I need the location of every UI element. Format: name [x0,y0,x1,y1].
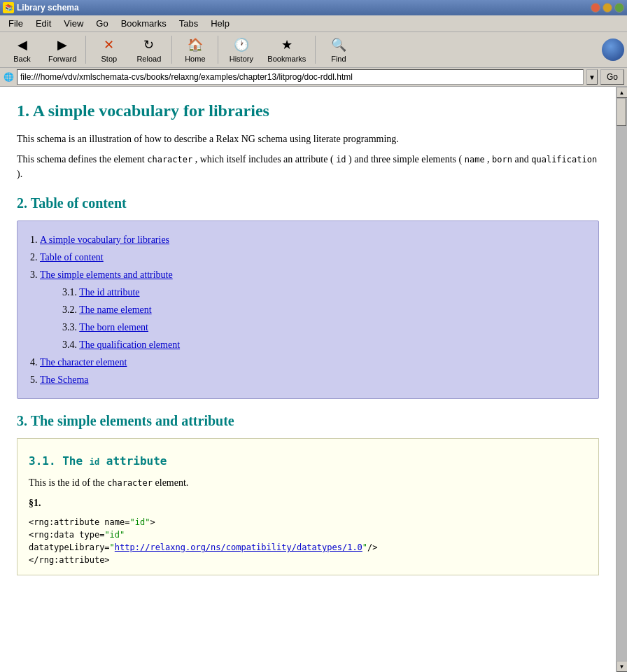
minimize-button[interactable] [603,3,612,13]
intro2-born: born [492,155,512,164]
code-line-3: datatypeLibrary="http://relaxng.org/ns/c… [29,541,587,554]
find-icon: 🔍 [330,36,347,53]
h3-pre: 3.1. The [29,454,90,468]
back-label: Back [13,55,30,63]
desc-end: element. [155,477,189,488]
scroll-thumb[interactable] [617,98,626,126]
toc-link-1[interactable]: A simple vocabulary for libraries [40,234,169,245]
url-input[interactable] [17,69,584,85]
toc-link-4[interactable]: The character element [40,357,127,368]
toolbar-separator-4 [315,36,316,64]
menu-bookmarks[interactable]: Bookmarks [115,17,172,30]
stop-label: Stop [101,55,118,63]
history-label: History [230,55,253,63]
content-wrapper: 1. A simple vocabulary for libraries Thi… [0,87,627,672]
back-icon: ◀ [14,36,31,53]
scroll-track[interactable] [617,98,628,661]
menu-go[interactable]: Go [90,17,113,30]
toc-link-5[interactable]: The Schema [40,374,89,385]
list-item: A simple vocabulary for libraries [40,232,587,247]
list-item: The character element [40,355,587,370]
menu-file[interactable]: File [3,17,29,30]
intro2-end: ). [17,169,22,179]
toc-link-3[interactable]: The simple elements and attribute [40,270,173,280]
intro-para-1: This schema is an illustration of how to… [17,132,599,146]
menubar: File Edit View Go Bookmarks Tabs Help [0,15,627,32]
addressbar: 🌐 ▼ Go [0,68,627,87]
toc-link-3-1[interactable]: The id attribute [79,287,139,298]
bookmarks-icon: ★ [279,36,295,53]
back-button[interactable]: ◀ Back [3,34,41,65]
toc-link-3-3[interactable]: The born element [79,322,148,332]
browser-globe [602,38,624,61]
menu-view[interactable]: View [58,17,89,30]
maximize-button[interactable] [614,3,624,13]
intro2-qual: qualification [531,155,597,164]
titlebar-title: Library schema [17,3,79,13]
scroll-up-button[interactable]: ▲ [617,87,628,98]
scrollbar-vertical[interactable]: ▲ ▼ [616,87,627,672]
datatype-link[interactable]: http://relaxng.org/ns/compatibility/data… [115,542,362,552]
code-section: 3.1. The id attribute This is the id of … [17,438,599,575]
reload-icon: ↻ [141,36,157,53]
list-item: The Schema [40,372,587,387]
find-label: Find [331,55,346,63]
home-button[interactable]: 🏠 Home [176,34,214,65]
code-line-4: </rng:attribute> [29,554,587,566]
toc-link-3-4[interactable]: The qualification element [79,340,180,350]
forward-label: Forward [48,55,76,63]
list-item: The simple elements and attribute 3.1. T… [40,267,587,352]
code-desc: This is the id of the character element. [29,475,587,490]
reload-button[interactable]: ↻ Reload [129,34,168,65]
forward-button[interactable]: ▶ Forward [43,34,82,65]
toc-link-2[interactable]: Table of content [40,252,104,262]
menu-help[interactable]: Help [205,17,235,30]
toc-link-3-2[interactable]: The name element [79,304,151,315]
titlebar-controls[interactable] [591,3,624,13]
list-item: 3.2. The name element [62,302,587,317]
menu-edit[interactable]: Edit [30,17,57,30]
page-h1: 1. A simple vocabulary for libraries [17,98,599,123]
toc-heading: 2. Table of content [17,192,599,214]
stop-button[interactable]: ✕ Stop [90,34,128,65]
stop-icon: ✕ [101,36,118,53]
toolbar-separator-2 [171,36,172,64]
toolbar-separator-3 [218,36,218,64]
toolbar: ◀ Back ▶ Forward ✕ Stop ↻ Reload 🏠 Home … [0,32,627,68]
desc-pre: This is the id of the [29,477,107,488]
toc-list: A simple vocabulary for libraries Table … [40,232,587,387]
list-item: 3.4. The qualification element [62,337,587,352]
desc-code: character [107,478,153,488]
code-block: <rng:attribute name="id"> <rng:data type… [29,516,587,566]
h3-code: id [90,457,99,467]
list-item: 3.3. The born element [62,320,587,335]
reload-label: Reload [136,55,161,63]
list-item: Table of content [40,250,587,265]
para-ref: §1. [29,496,587,510]
menu-tabs[interactable]: Tabs [174,17,204,30]
intro2-mid2: ) and three simple elements ( [348,154,462,164]
toc-box: A simple vocabulary for libraries Table … [17,220,599,399]
forward-icon: ▶ [54,36,71,53]
titlebar-left: 📚 Library schema [3,2,79,13]
find-button[interactable]: 🔍 Find [319,34,358,65]
close-button[interactable] [591,3,600,13]
code-line-2: <rng:data type="id" [29,528,587,541]
history-button[interactable]: 🕐 History [222,34,260,65]
toolbar-separator-1 [85,36,86,64]
bookmarks-button[interactable]: ★ Bookmarks [262,34,311,65]
intro2-mid: , which itself includes an attribute ( [195,154,334,164]
h3-rest: attribute [106,454,167,468]
go-button[interactable]: Go [600,69,624,85]
scroll-down-button[interactable]: ▼ [617,661,628,672]
list-item: 3.1. The id attribute [62,285,587,300]
intro2-name: name [465,155,485,164]
page-icon: 🌐 [3,71,14,83]
intro2-id: id [336,155,346,164]
page-content: 1. A simple vocabulary for libraries Thi… [0,87,616,672]
url-dropdown[interactable]: ▼ [586,69,598,85]
titlebar: 📚 Library schema [0,0,627,15]
home-label: Home [185,55,205,63]
intro2-pre: This schema defines the element [17,154,147,164]
subsection-h3: 3.1. The id attribute [29,453,587,470]
